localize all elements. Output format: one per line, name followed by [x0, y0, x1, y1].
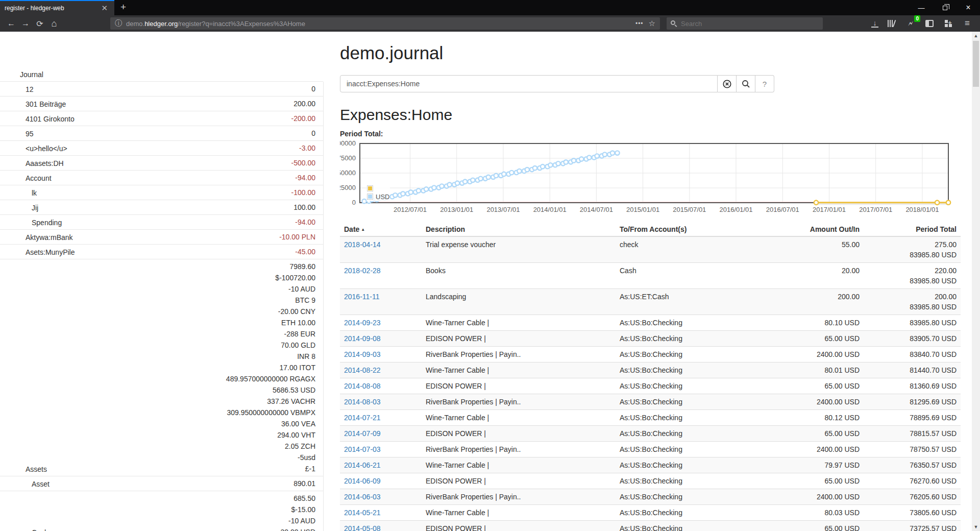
sidebar-toggle-icon[interactable] [924, 18, 935, 29]
column-header-description[interactable]: Description [422, 223, 616, 236]
window-close-button[interactable]: × [957, 0, 980, 15]
legend-swatch [367, 194, 373, 200]
balance-amount: -45.00 [295, 246, 315, 257]
transaction-date-link[interactable]: 2014-08-22 [344, 366, 381, 374]
balance-amount: -10 AUD [226, 283, 315, 295]
sidebar-account-link[interactable]: Asets:MunyPile [0, 247, 75, 257]
register-row[interactable]: 2014-06-09EDISON POWER |As:US:Bo:Checkin… [340, 473, 961, 489]
browser-tab[interactable]: register - hledger-web ✕ [0, 0, 114, 15]
transaction-accounts: As:US:Bo:Checking [616, 457, 784, 473]
forward-button[interactable]: → [18, 17, 33, 30]
sidebar-account-row: Aaasets:DH-500.00 [0, 156, 323, 171]
sidebar-account-row: Cash685.50$-15.00-10 AUD-30.00 USD [0, 491, 323, 531]
sidebar-item-journal[interactable]: Journal [0, 69, 323, 82]
transaction-date-link[interactable]: 2014-05-21 [344, 509, 381, 517]
transaction-accounts: As:US:Bo:Checking [616, 315, 784, 331]
downloads-icon[interactable]: ↓ [871, 19, 878, 28]
browser-search-input[interactable] [681, 20, 803, 28]
help-button[interactable]: ? [755, 75, 774, 92]
transaction-date-link[interactable]: 2014-06-09 [344, 477, 381, 485]
sidebar-account-link[interactable]: Aaasets:DH [0, 158, 64, 168]
register-row[interactable]: 2014-07-21Wine-Tarner Cable |As:US:Bo:Ch… [340, 410, 961, 426]
column-header-date[interactable]: Date▲ [340, 223, 422, 236]
sidebar-account-link[interactable]: 95 [0, 129, 34, 139]
home-button[interactable]: ⌂ [47, 17, 61, 30]
sidebar-account-link[interactable]: lk [0, 188, 37, 198]
sidebar-account-row: 950 [0, 126, 323, 141]
back-button[interactable]: ← [4, 17, 18, 30]
transaction-date-link[interactable]: 2014-05-08 [344, 524, 381, 531]
transaction-date-link[interactable]: 2014-09-08 [344, 334, 381, 343]
search-button[interactable] [737, 75, 755, 92]
register-row[interactable]: 2014-08-08EDISON POWER |As:US:Bo:Checkin… [340, 378, 961, 394]
register-row[interactable]: 2014-05-21Wine-Tarner Cable |As:US:Bo:Ch… [340, 505, 961, 521]
transaction-description: RiverBank Properties | Payin.. [422, 489, 616, 505]
transaction-date-link[interactable]: 2014-08-03 [344, 398, 381, 406]
browser-search-bar[interactable] [667, 17, 823, 30]
bookmark-star-icon[interactable]: ☆ [649, 19, 655, 28]
register-row[interactable]: 2014-06-21Wine-Tarner Cable |As:US:Bo:Ch… [340, 457, 961, 473]
query-input[interactable] [340, 75, 718, 92]
transaction-date-link[interactable]: 2014-09-23 [344, 319, 381, 327]
new-tab-button[interactable]: + [114, 0, 132, 15]
transaction-date-link[interactable]: 2014-07-09 [344, 429, 381, 438]
navigation-toolbar: ← → ⟳ ⌂ ⓘ demo.hledger.org/register?q=in… [0, 15, 980, 32]
page-scrollbar[interactable]: ▲ ▼ [972, 32, 980, 531]
window-restore-button[interactable] [933, 0, 957, 15]
transaction-date-link[interactable]: 2018-02-28 [344, 267, 381, 275]
sidebar-account-link[interactable]: Account [0, 173, 52, 183]
register-row[interactable]: 2014-09-23Wine-Tarner Cable |As:US:Bo:Ch… [340, 315, 961, 331]
sidebar-account-link[interactable]: <u>hello</u> [0, 143, 67, 154]
scroll-up-arrow[interactable]: ▲ [972, 32, 980, 40]
register-row[interactable]: 2014-05-08EDISON POWER |As:US:Bo:Checkin… [340, 521, 961, 531]
register-row[interactable]: 2014-07-09EDISON POWER |As:US:Bo:Checkin… [340, 426, 961, 442]
sidebar-account-link[interactable]: Spending [0, 218, 62, 228]
clear-query-button[interactable] [718, 75, 737, 92]
sidebar-account-link[interactable]: Aktywa:mBank [0, 232, 73, 243]
balance-amount: 200.00 [293, 98, 315, 109]
register-row[interactable]: 2014-08-03RiverBank Properties | Payin..… [340, 394, 961, 410]
transaction-description: Wine-Tarner Cable | [422, 363, 616, 378]
extension-zotero-icon[interactable]: 🗲0 [905, 18, 916, 29]
url-bar[interactable]: ⓘ demo.hledger.org/register?q=inacct%3AE… [110, 17, 660, 30]
page-actions-icon[interactable]: ••• [635, 20, 644, 27]
transaction-date-link[interactable]: 2014-06-03 [344, 493, 381, 501]
register-row[interactable]: 2018-04-14Trial expense vouchercheck55.0… [340, 236, 961, 263]
register-row[interactable]: 2014-09-03RiverBank Properties | Payin..… [340, 347, 961, 363]
transaction-date-link[interactable]: 2018-04-14 [344, 240, 381, 249]
period-total-amount: 83840.70 USD [864, 347, 961, 363]
sidebar-account-link[interactable]: Asset [0, 479, 50, 489]
site-info-icon[interactable]: ⓘ [115, 19, 122, 28]
transaction-date-link[interactable]: 2014-06-21 [344, 461, 381, 469]
transaction-date-link[interactable]: 2014-07-21 [344, 414, 381, 422]
reload-button[interactable]: ⟳ [33, 17, 47, 30]
library-icon[interactable] [886, 18, 897, 29]
sidebar-account-link[interactable]: Jij [0, 203, 38, 213]
menu-icon[interactable]: ≡ [962, 18, 973, 29]
tab-close-icon[interactable]: ✕ [99, 4, 110, 13]
scroll-down-arrow[interactable]: ▼ [972, 523, 980, 531]
balance-amount: 17.00 ITOT [226, 362, 315, 373]
column-header-accounts[interactable]: To/From Account(s) [616, 223, 784, 236]
register-row[interactable]: 2014-07-03RiverBank Properties | Payin..… [340, 442, 961, 457]
sidebar-account-link[interactable]: 301 Beiträge [0, 99, 66, 109]
transaction-date-link[interactable]: 2014-09-03 [344, 350, 381, 358]
sidebar-account-link[interactable]: Cash [0, 527, 48, 531]
column-header-amount[interactable]: Amount Out/In [784, 223, 864, 236]
transaction-date-link[interactable]: 2016-11-11 [344, 293, 380, 301]
register-row[interactable]: 2014-06-03RiverBank Properties | Payin..… [340, 489, 961, 505]
transaction-description: Trial expense voucher [422, 236, 616, 263]
sidebar-account-link[interactable]: 12 [0, 84, 34, 94]
transaction-date-link[interactable]: 2014-07-03 [344, 445, 381, 453]
register-row[interactable]: 2014-09-08EDISON POWER |As:US:Bo:Checkin… [340, 331, 961, 347]
register-row[interactable]: 2014-08-22Wine-Tarner Cable |As:US:Bo:Ch… [340, 363, 961, 378]
column-header-period-total[interactable]: Period Total [864, 223, 961, 236]
sidebar-account-link[interactable]: Assets [0, 464, 47, 474]
extensions-grid-icon[interactable]: + [943, 18, 954, 29]
window-minimize-button[interactable]: — [910, 0, 933, 15]
transaction-date-link[interactable]: 2014-08-08 [344, 382, 381, 390]
scrollbar-thumb[interactable] [973, 41, 979, 87]
sidebar-account-link[interactable]: 4101 Girokonto [0, 114, 75, 124]
register-row[interactable]: 2018-02-28BooksCash20.00220.0083985.80 U… [340, 263, 961, 289]
register-row[interactable]: 2016-11-11LandscapingAs:US:ET:Cash200.00… [340, 289, 961, 315]
